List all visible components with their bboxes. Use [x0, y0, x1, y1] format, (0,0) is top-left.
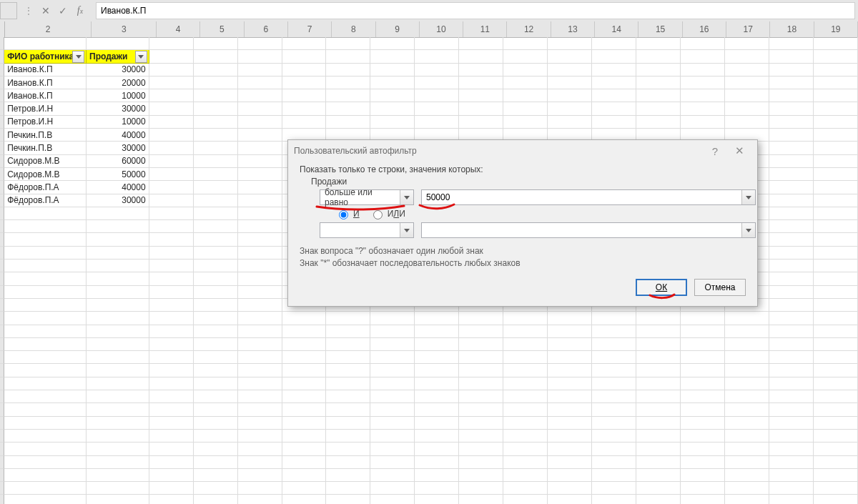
cell[interactable] [238, 116, 282, 129]
cell[interactable] [548, 116, 592, 129]
cell[interactable] [282, 351, 327, 364]
cell[interactable] [149, 325, 194, 338]
cell[interactable] [592, 377, 636, 390]
cell[interactable] [238, 64, 282, 76]
cell[interactable] [814, 129, 858, 142]
cell[interactable] [326, 325, 370, 338]
cell[interactable] [459, 64, 503, 76]
cell[interactable] [238, 76, 282, 89]
cell[interactable] [4, 495, 87, 504]
cell[interactable] [459, 377, 503, 390]
cell[interactable] [459, 390, 503, 403]
cell[interactable] [326, 417, 370, 430]
cell[interactable] [194, 64, 238, 76]
cell[interactable] [149, 64, 194, 76]
cell[interactable] [149, 102, 194, 115]
cell[interactable] [814, 247, 858, 260]
cell[interactable] [149, 456, 194, 469]
col-header[interactable]: 12 [507, 21, 551, 37]
cell[interactable] [87, 364, 149, 377]
cell[interactable] [725, 102, 769, 115]
cell[interactable] [194, 247, 238, 260]
cell[interactable] [814, 168, 858, 181]
cell[interactable] [814, 233, 858, 246]
col-header[interactable]: 10 [420, 21, 463, 37]
cell[interactable] [636, 377, 681, 390]
cell[interactable] [814, 155, 858, 168]
cell[interactable] [814, 469, 858, 482]
cell[interactable] [326, 364, 370, 377]
cell[interactable] [149, 299, 194, 312]
cell[interactable] [194, 102, 238, 115]
cell[interactable] [370, 50, 415, 63]
cell[interactable] [459, 482, 503, 495]
cell[interactable] [370, 312, 415, 325]
cell[interactable] [149, 220, 194, 233]
cell[interactable] [282, 443, 327, 455]
cell[interactable] [548, 37, 592, 50]
cell[interactable] [282, 456, 327, 469]
cell[interactable] [415, 390, 459, 403]
cell[interactable] [326, 456, 370, 469]
cell[interactable] [415, 469, 459, 482]
cell[interactable]: 9Иванов.К.П [4, 76, 87, 89]
cell[interactable] [370, 482, 415, 495]
cell[interactable] [769, 430, 814, 443]
cell[interactable] [415, 102, 459, 115]
cell[interactable] [4, 325, 87, 338]
cell[interactable] [238, 469, 282, 482]
cell[interactable] [725, 37, 769, 50]
cell[interactable] [769, 64, 814, 76]
name-box[interactable] [0, 2, 17, 19]
cell[interactable] [681, 469, 725, 482]
cell[interactable] [503, 325, 548, 338]
cell[interactable] [282, 403, 327, 416]
cell[interactable] [282, 417, 327, 430]
cell[interactable]: 9Сидоров.М.В [4, 155, 87, 168]
cell[interactable] [415, 482, 459, 495]
cell[interactable] [370, 102, 415, 115]
cell[interactable] [769, 116, 814, 129]
cell[interactable] [636, 312, 681, 325]
cell[interactable] [769, 351, 814, 364]
cell[interactable] [370, 76, 415, 89]
cell[interactable] [238, 181, 282, 194]
cell[interactable] [814, 495, 858, 504]
cell[interactable] [194, 272, 238, 285]
cell[interactable] [814, 89, 858, 102]
cell[interactable] [87, 286, 149, 299]
cell[interactable] [459, 338, 503, 351]
cell[interactable] [769, 456, 814, 469]
cell[interactable] [282, 89, 327, 102]
cell[interactable] [4, 338, 87, 351]
cell[interactable] [548, 102, 592, 115]
cell[interactable] [769, 495, 814, 504]
cell[interactable] [503, 417, 548, 430]
cell[interactable] [194, 129, 238, 142]
cell[interactable] [4, 377, 87, 390]
cell[interactable] [238, 272, 282, 285]
cell[interactable] [87, 443, 149, 455]
cell[interactable] [459, 116, 503, 129]
cell[interactable] [725, 351, 769, 364]
cell[interactable] [769, 194, 814, 207]
cell[interactable] [238, 194, 282, 207]
cell[interactable] [681, 50, 725, 63]
cell[interactable] [238, 207, 282, 220]
cell[interactable] [769, 181, 814, 194]
filter-header-name[interactable]: ФИО работника [4, 50, 87, 63]
cell[interactable] [194, 76, 238, 89]
cell[interactable] [194, 364, 238, 377]
cell[interactable]: 30000 [87, 194, 149, 207]
cell[interactable] [149, 403, 194, 416]
col-header[interactable]: 9 [376, 21, 420, 37]
cell[interactable] [592, 50, 636, 63]
cell[interactable] [503, 495, 548, 504]
cell[interactable] [370, 377, 415, 390]
cell[interactable] [769, 443, 814, 455]
cell[interactable] [149, 50, 194, 63]
cell[interactable] [194, 155, 238, 168]
cell[interactable] [149, 116, 194, 129]
cell[interactable] [194, 351, 238, 364]
cell[interactable] [769, 469, 814, 482]
